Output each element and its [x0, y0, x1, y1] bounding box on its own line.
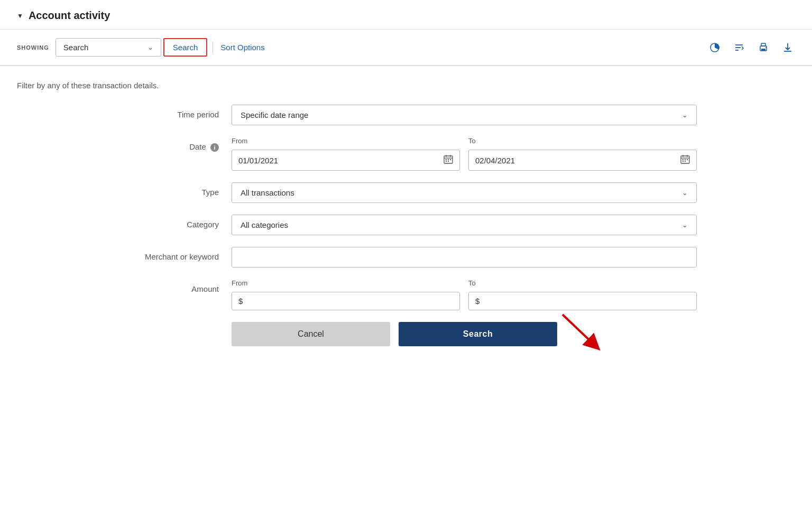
search-submit-button[interactable]: Search [399, 322, 557, 346]
type-select[interactable]: All transactions ⌄ [232, 182, 697, 203]
merchant-label: Merchant or keyword [115, 247, 232, 261]
svg-rect-18 [448, 161, 449, 162]
showing-dropdown[interactable]: Search ⌄ [56, 38, 161, 57]
dropdown-arrow-icon: ⌄ [147, 43, 153, 51]
red-arrow [557, 312, 605, 354]
svg-rect-14 [446, 159, 447, 160]
time-period-value: Specific date range [241, 110, 308, 119]
amount-to-group: To $ [468, 279, 697, 310]
svg-rect-6 [761, 49, 765, 51]
search-submit-container: Search [399, 322, 557, 346]
sort-options-button[interactable]: Sort Options [216, 39, 269, 56]
print-icon [758, 42, 769, 53]
category-control: All categories ⌄ [232, 215, 697, 235]
filter-lines-icon [734, 42, 744, 53]
divider [213, 42, 213, 53]
amount-to-input[interactable] [482, 297, 690, 306]
merchant-input[interactable] [232, 247, 697, 267]
svg-rect-26 [682, 161, 684, 162]
merchant-row: Merchant or keyword [115, 247, 697, 267]
date-from-input-wrap[interactable] [232, 150, 460, 171]
time-period-select[interactable]: Specific date range ⌄ [232, 105, 697, 125]
svg-rect-24 [685, 159, 686, 160]
account-activity-header: ▼ Account activity [0, 0, 812, 30]
svg-rect-5 [761, 43, 765, 46]
type-label: Type [115, 182, 232, 197]
cancel-button[interactable]: Cancel [232, 322, 390, 346]
toolbar-icons [707, 40, 795, 55]
filter-lines-button[interactable] [732, 40, 746, 55]
pie-chart-button[interactable] [707, 40, 722, 55]
svg-rect-17 [446, 161, 447, 162]
currency-to-symbol: $ [475, 297, 479, 306]
svg-rect-16 [450, 159, 451, 160]
svg-point-7 [765, 47, 767, 48]
type-row: Type All transactions ⌄ [115, 182, 697, 203]
date-label: Date i [115, 137, 232, 152]
category-value: All categories [241, 220, 288, 229]
pie-chart-icon [709, 42, 720, 53]
date-to-input[interactable] [475, 156, 676, 165]
date-group: From [232, 137, 697, 171]
svg-rect-15 [448, 159, 449, 160]
amount-group: From $ To $ [232, 279, 697, 310]
amount-from-input[interactable] [245, 297, 453, 306]
page-wrapper: ▼ Account activity SHOWING Search ⌄ Sear… [0, 0, 812, 517]
calendar-to-icon [680, 154, 690, 166]
buttons-wrap: Cancel Search [232, 322, 697, 346]
date-from-label: From [232, 137, 460, 145]
calendar-from-icon [444, 154, 453, 166]
date-info-icon: i [210, 143, 219, 152]
type-value: All transactions [241, 188, 294, 197]
showing-label: SHOWING [17, 44, 49, 51]
buttons-control: Cancel Search [232, 322, 697, 346]
time-period-control: Specific date range ⌄ [232, 105, 697, 125]
toolbar-row: SHOWING Search ⌄ Search Sort Options [0, 30, 812, 66]
date-from-group: From [232, 137, 460, 171]
form-grid: Time period Specific date range ⌄ Date i [115, 105, 697, 346]
time-period-arrow-icon: ⌄ [682, 111, 688, 119]
amount-from-label: From [232, 279, 460, 287]
page-title: Account activity [29, 10, 110, 22]
amount-to-input-wrap[interactable]: $ [468, 292, 697, 310]
date-to-input-wrap[interactable] [468, 150, 697, 171]
type-control: All transactions ⌄ [232, 182, 697, 203]
category-row: Category All categories ⌄ [115, 215, 697, 235]
currency-from-symbol: $ [238, 297, 243, 306]
category-label: Category [115, 215, 232, 229]
collapse-icon: ▼ [17, 12, 23, 20]
time-period-label: Time period [115, 105, 232, 119]
amount-control: From $ To $ [232, 279, 697, 310]
search-button-highlighted[interactable]: Search [163, 38, 208, 57]
type-arrow-icon: ⌄ [682, 189, 688, 197]
svg-rect-25 [687, 159, 688, 160]
svg-line-29 [562, 315, 594, 345]
amount-from-input-wrap[interactable]: $ [232, 292, 460, 310]
svg-rect-27 [685, 161, 686, 162]
date-row: Date i From [115, 137, 697, 171]
merchant-control [232, 247, 697, 267]
filter-section: Filter by any of these transaction detai… [0, 66, 812, 367]
buttons-label-spacer [115, 322, 232, 327]
buttons-row: Cancel Search [115, 322, 697, 346]
showing-dropdown-value: Search [63, 43, 89, 52]
print-button[interactable] [756, 40, 771, 55]
date-to-label: To [468, 137, 697, 145]
date-from-input[interactable] [238, 156, 439, 165]
category-arrow-icon: ⌄ [682, 221, 688, 229]
time-period-row: Time period Specific date range ⌄ [115, 105, 697, 125]
date-to-group: To [468, 137, 697, 171]
category-select[interactable]: All categories ⌄ [232, 215, 697, 235]
amount-to-label: To [468, 279, 697, 287]
download-button[interactable] [780, 40, 795, 55]
amount-from-group: From $ [232, 279, 460, 310]
amount-label: Amount [115, 279, 232, 293]
svg-rect-23 [682, 159, 684, 160]
download-icon [782, 42, 793, 53]
date-control: From [232, 137, 697, 171]
amount-row: Amount From $ To $ [115, 279, 697, 310]
filter-intro: Filter by any of these transaction detai… [17, 81, 795, 90]
